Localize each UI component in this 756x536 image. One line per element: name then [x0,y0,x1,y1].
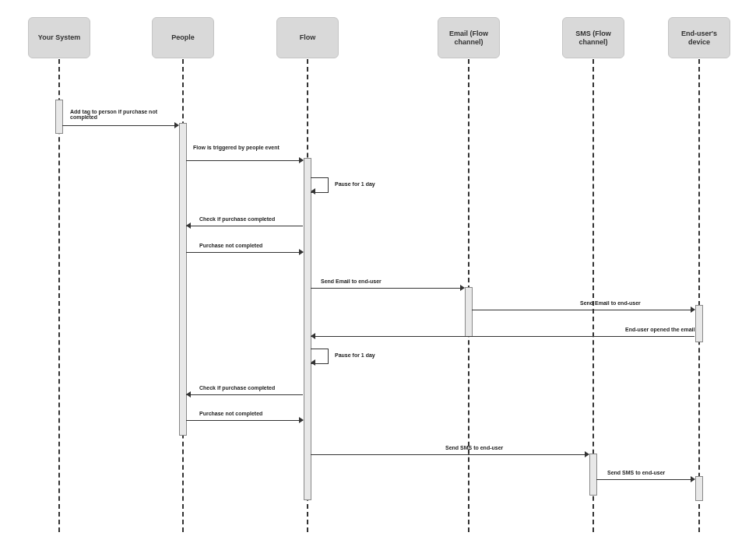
label-pause-1: Pause for 1 day [335,181,375,187]
arrow-opened-email [311,336,694,337]
arrow-not-completed-2 [186,420,303,421]
arrow-check-2 [186,394,303,395]
label-opened-email: End-user opened the email [625,327,694,332]
arrow-send-email [311,288,464,289]
label-check-1: Check if purchase completed [199,216,275,222]
participant-sms: SMS (Flow channel) [562,17,624,58]
arrowhead-check-2 [186,391,191,398]
label-send-sms: Send SMS to end-user [445,445,503,450]
arrow-check-1 [186,226,303,226]
arrow-send-sms-device [596,479,694,480]
arrowhead-pause-1 [311,188,315,194]
arrowhead-not-completed-2 [299,417,304,423]
arrowhead-send-sms [585,451,589,457]
activation-email [465,287,473,337]
arrow-send-email-device [472,310,694,310]
label-send-email-device: Send Email to end-user [580,300,641,306]
participant-device: End-user's device [668,17,730,58]
label-pause-2: Pause for 1 day [335,352,375,358]
label-not-completed-2: Purchase not completed [199,411,262,416]
activation-people [179,123,187,436]
arrowhead-not-completed-1 [299,249,304,255]
label-send-email: Send Email to end-user [321,279,382,284]
activation-device-1 [695,305,703,342]
arrowhead-flow-triggered [299,157,304,163]
arrowhead-opened-email [311,333,315,339]
arrow-send-sms [311,454,589,455]
arrow-not-completed-1 [186,252,303,253]
arrowhead-check-1 [186,222,191,229]
activation-your-system [55,100,63,134]
arrowhead-pause-2 [311,359,315,366]
arrowhead-send-sms-device [691,476,695,482]
arrowhead-send-email-device [691,307,695,313]
participant-your-system: Your System [28,17,90,58]
activation-sms [589,454,597,496]
label-not-completed-1: Purchase not completed [199,243,262,248]
participant-flow: Flow [276,17,339,58]
arrow-add-tag [62,125,178,126]
label-flow-triggered: Flow is triggered by people event [193,145,287,150]
label-check-2: Check if purchase completed [199,385,275,391]
label-add-tag: Add tag to person if purchase not comple… [70,109,164,120]
arrow-flow-triggered [186,160,303,161]
participant-people: People [152,17,214,58]
activation-flow [304,158,311,500]
activation-device-2 [695,476,703,501]
participant-email: Email (Flow channel) [438,17,500,58]
lifeline-device [698,59,700,532]
arrowhead-send-email [460,285,465,291]
label-send-sms-device: Send SMS to end-user [607,470,665,475]
arrowhead-add-tag [174,122,179,128]
